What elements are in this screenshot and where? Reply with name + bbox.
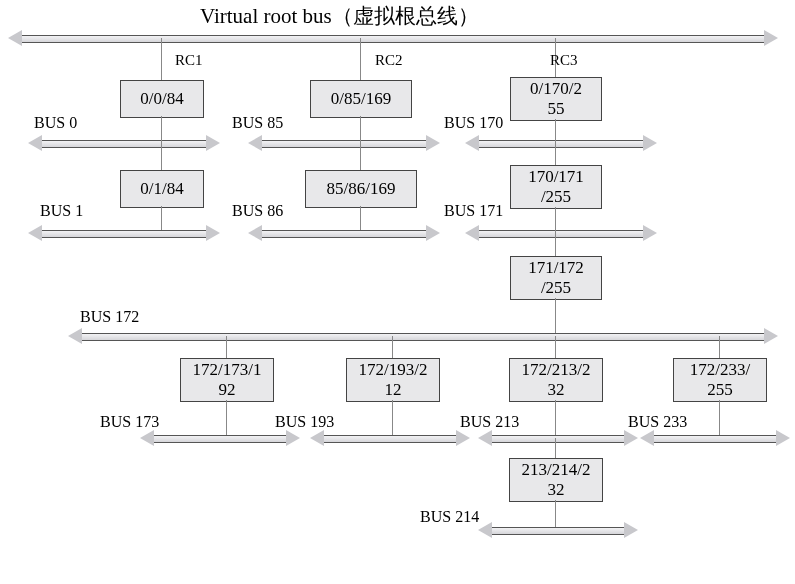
connector [226, 400, 227, 438]
bus-86-label: BUS 86 [232, 202, 283, 220]
node-rc3-c: 171/172 /255 [510, 256, 602, 300]
node-sw3: 172/213/2 32 [509, 358, 603, 402]
bus-85-label: BUS 85 [232, 114, 283, 132]
node-sw5: 213/214/2 32 [509, 458, 603, 502]
connector [392, 400, 393, 438]
connector [555, 400, 556, 438]
node-sw1: 172/173/1 92 [180, 358, 274, 402]
bus-170-label: BUS 170 [444, 114, 503, 132]
node-text: 0/85/169 [331, 89, 391, 109]
connector [360, 116, 361, 170]
node-text: 85/86/169 [327, 179, 396, 199]
bus-1-label: BUS 1 [40, 202, 83, 220]
bus-214-label: BUS 214 [420, 508, 479, 526]
node-text: 32 [548, 480, 565, 500]
connector [161, 116, 162, 170]
node-text: 171/172 [528, 258, 584, 278]
rc2-label: RC2 [375, 52, 403, 69]
connector [555, 207, 556, 256]
node-text: 172/193/2 [359, 360, 428, 380]
rc3-label: RC3 [550, 52, 578, 69]
node-rc3-a: 0/170/2 55 [510, 77, 602, 121]
bus-171-label: BUS 171 [444, 202, 503, 220]
node-rc2-a: 0/85/169 [310, 80, 412, 118]
bus-0-label: BUS 0 [34, 114, 77, 132]
node-rc1-a: 0/0/84 [120, 80, 204, 118]
node-rc2-b: 85/86/169 [305, 170, 417, 208]
node-text: /255 [541, 278, 571, 298]
diagram-root: Virtual root bus（虚拟根总线） RC1 RC2 RC3 0/0/… [0, 0, 795, 584]
node-sw4: 172/233/ 255 [673, 358, 767, 402]
connector [555, 336, 556, 358]
connector [161, 38, 162, 80]
node-text: 92 [219, 380, 236, 400]
node-text: 170/171 [528, 167, 584, 187]
bus-213-label: BUS 213 [460, 413, 519, 431]
connector [555, 119, 556, 165]
node-rc1-b: 0/1/84 [120, 170, 204, 208]
connector [360, 206, 361, 230]
node-text: 172/173/1 [193, 360, 262, 380]
connector [719, 400, 720, 438]
node-text: 0/0/84 [140, 89, 183, 109]
node-text: 32 [548, 380, 565, 400]
connector [161, 206, 162, 230]
bus-172-label: BUS 172 [80, 308, 139, 326]
connector [360, 38, 361, 80]
connector [555, 438, 556, 458]
node-text: 0/170/2 [530, 79, 582, 99]
node-text: 213/214/2 [522, 460, 591, 480]
rc1-label: RC1 [175, 52, 203, 69]
bus-173-label: BUS 173 [100, 413, 159, 431]
node-sw2: 172/193/2 12 [346, 358, 440, 402]
connector [555, 500, 556, 530]
connector [392, 336, 393, 358]
connector [719, 336, 720, 358]
node-text: 55 [548, 99, 565, 119]
connector [226, 336, 227, 358]
node-text: /255 [541, 187, 571, 207]
node-text: 255 [707, 380, 733, 400]
bus-233-label: BUS 233 [628, 413, 687, 431]
bus-193-label: BUS 193 [275, 413, 334, 431]
node-text: 12 [385, 380, 402, 400]
node-rc3-b: 170/171 /255 [510, 165, 602, 209]
node-text: 172/233/ [690, 360, 750, 380]
page-title: Virtual root bus（虚拟根总线） [200, 2, 479, 30]
node-text: 172/213/2 [522, 360, 591, 380]
node-text: 0/1/84 [140, 179, 183, 199]
connector [555, 298, 556, 336]
